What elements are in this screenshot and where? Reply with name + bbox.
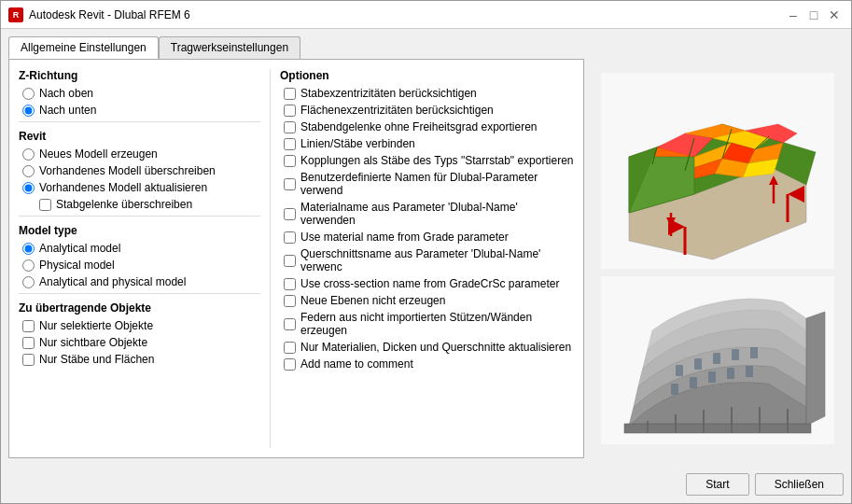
- tab-allgemeine[interactable]: Allgemeine Einstellungen: [8, 36, 159, 59]
- checkbox-nur-staebe-label: Nur Stäbe und Flächen: [39, 353, 154, 366]
- tab-tragwerk[interactable]: Tragwerkseinstellungen: [159, 36, 300, 59]
- checkbox-flaechenexzentrizitaeten-label: Flächenexzentrizitäten berücksichtigen: [300, 104, 494, 117]
- radio-analytical-physical[interactable]: Analytical and physical model: [22, 274, 260, 289]
- checkbox-stabendgelenke[interactable]: Stabendgelenke ohne Freiheitsgrad export…: [284, 119, 574, 134]
- radio-neues-modell-input[interactable]: [22, 148, 35, 161]
- minimize-button[interactable]: –: [784, 6, 803, 24]
- checkbox-stabgelenke[interactable]: Stabgelenke überschreiben: [39, 197, 260, 212]
- radio-nach-unten[interactable]: Nach unten: [22, 103, 260, 118]
- checkbox-federn[interactable]: Federn aus nicht importierten Stützen/Wä…: [284, 310, 574, 338]
- image-area: [592, 59, 844, 458]
- svg-rect-31: [694, 358, 702, 370]
- checkbox-stabexzentrizitaeten[interactable]: Stabexzentrizitäten berücksichtigen: [284, 86, 574, 101]
- checkbox-nur-sichtbare-label: Nur sichtbare Objekte: [39, 336, 147, 349]
- checkbox-nur-selektierte-input[interactable]: [22, 320, 35, 332]
- checkbox-stabexzentrizitaeten-input[interactable]: [284, 88, 296, 100]
- checkbox-flaechenexzentrizitaeten[interactable]: Flächenexzentrizitäten berücksichtigen: [284, 103, 574, 118]
- checkbox-nur-selektierte[interactable]: Nur selektierte Objekte: [22, 318, 260, 333]
- svg-rect-35: [671, 384, 678, 395]
- checkbox-nur-materialien-input[interactable]: [284, 342, 296, 354]
- checkbox-federn-input[interactable]: [284, 318, 296, 330]
- checkbox-materialname-input[interactable]: [284, 208, 296, 220]
- svg-rect-34: [750, 347, 758, 358]
- start-button[interactable]: Start: [686, 473, 748, 496]
- checkbox-use-cross-section-input[interactable]: [284, 278, 296, 290]
- checkbox-nur-materialien[interactable]: Nur Materialien, Dicken und Querschnitte…: [284, 340, 574, 355]
- checkbox-materialname[interactable]: Materialname aus Parameter 'Dlubal-Name'…: [284, 200, 574, 228]
- content-area: Allgemeine Einstellungen Tragwerkseinste…: [1, 29, 851, 466]
- checkbox-stabexzentrizitaeten-label: Stabexzentrizitäten berücksichtigen: [300, 87, 477, 100]
- checkbox-use-material-input[interactable]: [284, 231, 296, 244]
- separator-2: [19, 216, 260, 217]
- checkbox-neue-ebenen-input[interactable]: [284, 295, 296, 307]
- checkbox-nur-sichtbare-input[interactable]: [22, 337, 35, 349]
- checkbox-use-material[interactable]: Use material name from Grade parameter: [284, 230, 574, 245]
- radio-analytical-physical-input[interactable]: [22, 276, 35, 288]
- radio-analytical-input[interactable]: [22, 243, 35, 255]
- radio-analytical-physical-label: Analytical and physical model: [39, 275, 186, 288]
- checkbox-linien-staebe-input[interactable]: [284, 138, 296, 150]
- radio-physical[interactable]: Physical model: [22, 258, 260, 273]
- maximize-button[interactable]: □: [804, 6, 823, 24]
- checkbox-use-cross-section[interactable]: Use cross-section name from GradeCrSc pa…: [284, 276, 574, 291]
- model-image-bottom: [601, 276, 834, 444]
- window-title: Autodesk Revit - Dlubal RFEM 6: [29, 8, 784, 21]
- checkbox-stabendgelenke-input[interactable]: [284, 121, 296, 133]
- checkbox-querschnittsname[interactable]: Querschnittsname aus Parameter 'Dlubal-N…: [284, 246, 574, 274]
- z-richtung-title: Z-Richtung: [19, 69, 260, 82]
- checkbox-flaechenexzentrizitaeten-input[interactable]: [284, 105, 296, 117]
- checkbox-add-name-label: Add name to comment: [300, 357, 413, 371]
- svg-rect-33: [732, 349, 739, 360]
- checkbox-neue-ebenen[interactable]: Neue Ebenen nicht erzeugen: [284, 293, 574, 308]
- zu-uebertragende-group: Nur selektierte Objekte Nur sichtbare Ob…: [22, 318, 260, 367]
- main-content: Z-Richtung Nach oben Nach unten Re: [8, 59, 844, 458]
- radio-physical-input[interactable]: [22, 259, 35, 272]
- svg-rect-41: [624, 424, 811, 433]
- checkbox-stabgelenke-input[interactable]: [39, 199, 51, 211]
- checkbox-benutzerdefinierte-namen-label: Benutzerdefinierte Namen für Dlubal-Para…: [300, 171, 574, 197]
- checkbox-add-name[interactable]: Add name to comment: [284, 357, 574, 371]
- checkbox-nur-staebe-input[interactable]: [22, 354, 35, 366]
- radio-nach-oben-input[interactable]: [22, 88, 35, 100]
- radio-analytical[interactable]: Analytical model: [22, 241, 260, 256]
- checkbox-nur-materialien-label: Nur Materialien, Dicken und Querschnitte…: [300, 341, 571, 354]
- radio-nach-unten-input[interactable]: [22, 105, 35, 117]
- checkbox-neue-ebenen-label: Neue Ebenen nicht erzeugen: [300, 294, 445, 307]
- model-type-group: Analytical model Physical model Analytic…: [22, 241, 260, 289]
- checkbox-nur-staebe[interactable]: Nur Stäbe und Flächen: [22, 352, 260, 367]
- title-bar: R Autodesk Revit - Dlubal RFEM 6 – □ ✕: [1, 1, 851, 29]
- model-type-title: Model type: [19, 224, 260, 237]
- model-image-top: [601, 73, 834, 269]
- radio-neues-modell[interactable]: Neues Modell erzeugen: [22, 147, 260, 161]
- zu-uebertragende-title: Zu übertragende Objekte: [19, 301, 260, 315]
- radio-vorhandenes-ueberschreiben-label: Vorhandenes Modell überschreiben: [39, 164, 216, 177]
- radio-vorhandenes-ueberschreiben-input[interactable]: [22, 165, 35, 177]
- close-button-bottom[interactable]: Schließen: [755, 473, 844, 496]
- settings-left-col: Z-Richtung Nach oben Nach unten Re: [19, 69, 271, 448]
- checkbox-querschnittsname-input[interactable]: [284, 255, 296, 267]
- checkbox-kopplungen-input[interactable]: [284, 155, 296, 167]
- optionen-title: Optionen: [280, 69, 574, 82]
- checkbox-add-name-input[interactable]: [284, 358, 296, 371]
- radio-vorhandenes-aktualisieren-input[interactable]: [22, 182, 35, 194]
- separator-3: [19, 293, 260, 294]
- radio-analytical-label: Analytical model: [39, 242, 120, 255]
- svg-rect-39: [746, 366, 753, 377]
- radio-nach-oben[interactable]: Nach oben: [22, 86, 260, 101]
- checkbox-benutzerdefinierte-namen-input[interactable]: [284, 178, 296, 190]
- svg-rect-30: [676, 365, 683, 376]
- checkbox-use-cross-section-label: Use cross-section name from GradeCrSc pa…: [300, 277, 559, 290]
- window-controls: – □ ✕: [784, 6, 844, 24]
- checkbox-nur-sichtbare[interactable]: Nur sichtbare Objekte: [22, 335, 260, 350]
- radio-vorhandenes-ueberschreiben[interactable]: Vorhandenes Modell überschreiben: [22, 163, 260, 178]
- radio-vorhandenes-aktualisieren[interactable]: Vorhandenes Modell aktualisieren: [22, 180, 260, 195]
- radio-neues-modell-label: Neues Modell erzeugen: [39, 147, 158, 161]
- checkbox-kopplungen[interactable]: Kopplungen als Stäbe des Typs "Starrstab…: [284, 153, 574, 168]
- checkbox-benutzerdefinierte-namen[interactable]: Benutzerdefinierte Namen für Dlubal-Para…: [284, 170, 574, 198]
- checkbox-linien-staebe[interactable]: Linien/Stäbe verbinden: [284, 136, 574, 151]
- checkbox-querschnittsname-label: Querschnittsname aus Parameter 'Dlubal-N…: [300, 247, 574, 273]
- close-button[interactable]: ✕: [825, 6, 844, 24]
- radio-nach-unten-label: Nach unten: [39, 104, 96, 117]
- app-icon: R: [8, 7, 23, 22]
- main-window: R Autodesk Revit - Dlubal RFEM 6 – □ ✕ A…: [0, 0, 852, 504]
